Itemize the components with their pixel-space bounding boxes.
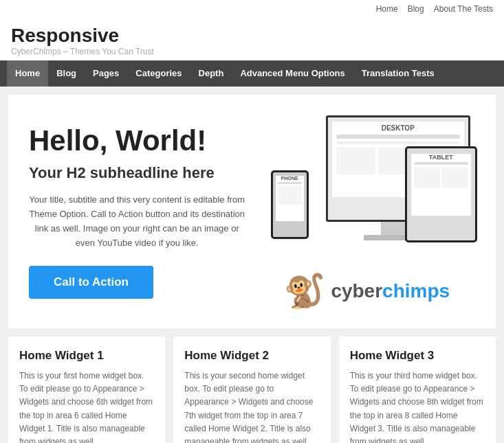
widget-3-body: This is your third home widget box. To e…: [350, 370, 485, 443]
nav-home[interactable]: Home: [7, 60, 48, 87]
widget-2-body: This is your second home widget box. To …: [184, 370, 319, 443]
nav-translation-tests[interactable]: Translation Tests: [353, 60, 443, 87]
hero-left: Hello, World! Your H2 subheadline here Y…: [29, 124, 245, 298]
tablet-device: TABLET: [405, 146, 477, 242]
nav-blog[interactable]: Blog: [48, 60, 85, 87]
nav-categories[interactable]: Categories: [127, 60, 190, 87]
hero-right: DESKTOP TABLET: [259, 115, 476, 308]
phone-device: PHONE: [271, 170, 309, 239]
brand-black: cyber: [331, 280, 382, 302]
tablet-label: TABLET: [411, 154, 471, 161]
desktop-label: DESKTOP: [332, 122, 464, 132]
phone-label: PHONE: [276, 176, 304, 181]
widgets-section: Home Widget 1 This is your first home wi…: [8, 337, 496, 443]
main-navigation: Home Blog Pages Categories Depth Advance…: [0, 60, 504, 87]
nav-depth[interactable]: Depth: [190, 60, 232, 87]
hero-body: Your title, subtitle and this very conte…: [29, 193, 245, 250]
phone-screen: PHONE: [276, 176, 304, 221]
brand-blue: chimps: [382, 280, 450, 302]
site-tagline: CyberChimps – Themes You Can Trust: [11, 47, 493, 56]
top-navigation: Home Blog About The Tests: [0, 0, 504, 18]
widget-1-title: Home Widget 1: [19, 349, 154, 363]
top-nav-home[interactable]: Home: [376, 4, 398, 14]
top-nav-about[interactable]: About The Tests: [434, 4, 493, 14]
site-title: Responsive: [11, 25, 493, 47]
brand-area: 🐒 cyberchimps: [284, 275, 450, 308]
widget-1-body: This is your first home widget box. To e…: [19, 370, 154, 443]
brand-text: cyberchimps: [331, 280, 450, 302]
hero-section: Hello, World! Your H2 subheadline here Y…: [8, 95, 496, 328]
nav-advanced-menu[interactable]: Advanced Menu Options: [232, 60, 353, 87]
widget-3: Home Widget 3 This is your third home wi…: [339, 337, 496, 443]
monkey-icon: 🐒: [284, 275, 325, 308]
device-mockup: DESKTOP TABLET: [264, 115, 470, 266]
top-nav-blog[interactable]: Blog: [408, 4, 424, 14]
tablet-screen: TABLET: [411, 154, 471, 216]
hero-h1: Hello, World!: [29, 124, 245, 157]
hero-h2: Your H2 subheadline here: [29, 164, 245, 182]
nav-pages[interactable]: Pages: [85, 60, 127, 87]
site-header: Responsive CyberChimps – Themes You Can …: [0, 18, 504, 60]
widget-3-title: Home Widget 3: [350, 349, 485, 363]
widget-2: Home Widget 2 This is your second home w…: [173, 337, 330, 443]
cta-button[interactable]: Call to Action: [29, 266, 153, 299]
widget-2-title: Home Widget 2: [184, 349, 319, 363]
widget-1: Home Widget 1 This is your first home wi…: [8, 337, 165, 443]
